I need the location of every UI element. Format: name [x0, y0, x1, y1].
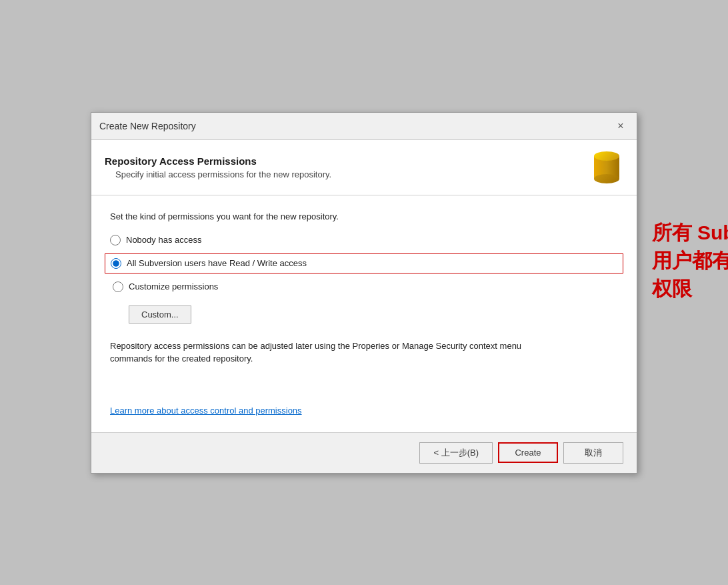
header-title: Repository Access Permissions: [105, 155, 590, 167]
db-cylinder-icon: [593, 151, 620, 183]
option-nobody[interactable]: Nobody has access: [110, 232, 618, 248]
option-all-users[interactable]: All Subversion users have Read / Write a…: [105, 253, 623, 273]
cylinder-bottom: [594, 174, 619, 183]
label-all-users[interactable]: All Subversion users have Read / Write a…: [127, 258, 307, 268]
label-customize[interactable]: Customize permissions: [129, 281, 218, 291]
option-customize[interactable]: Customize permissions: [113, 279, 618, 295]
radio-customize[interactable]: [113, 281, 123, 292]
label-nobody[interactable]: Nobody has access: [126, 235, 201, 245]
database-icon: [590, 151, 623, 184]
close-button[interactable]: ×: [613, 118, 629, 134]
cylinder-top: [594, 151, 619, 161]
title-bar: Create New Repository ×: [91, 113, 637, 140]
header-text-area: Repository Access Permissions Specify in…: [105, 155, 590, 179]
annotation-overlay: 所有 Subversion 用户都有读/写访问 权限: [652, 219, 728, 303]
customize-section: Customize permissions Custom...: [113, 279, 618, 324]
content-section: Set the kind of permissions you want for…: [91, 195, 637, 432]
permission-question: Set the kind of permissions you want for…: [110, 211, 618, 221]
custom-button[interactable]: Custom...: [129, 306, 191, 324]
radio-all-users[interactable]: [111, 258, 121, 269]
footer-section: < 上一步(B) Create 取消: [91, 432, 637, 473]
header-subtitle: Specify initial access permissions for t…: [115, 169, 590, 179]
learn-more-link[interactable]: Learn more about access control and perm…: [110, 406, 302, 416]
cancel-button[interactable]: 取消: [563, 442, 623, 464]
info-text: Repository access permissions can be adj…: [110, 340, 563, 366]
back-button[interactable]: < 上一步(B): [419, 442, 493, 464]
header-section: Repository Access Permissions Specify in…: [91, 140, 637, 195]
radio-nobody[interactable]: [110, 235, 121, 245]
dialog-title: Create New Repository: [99, 121, 196, 131]
create-button[interactable]: Create: [498, 442, 558, 463]
